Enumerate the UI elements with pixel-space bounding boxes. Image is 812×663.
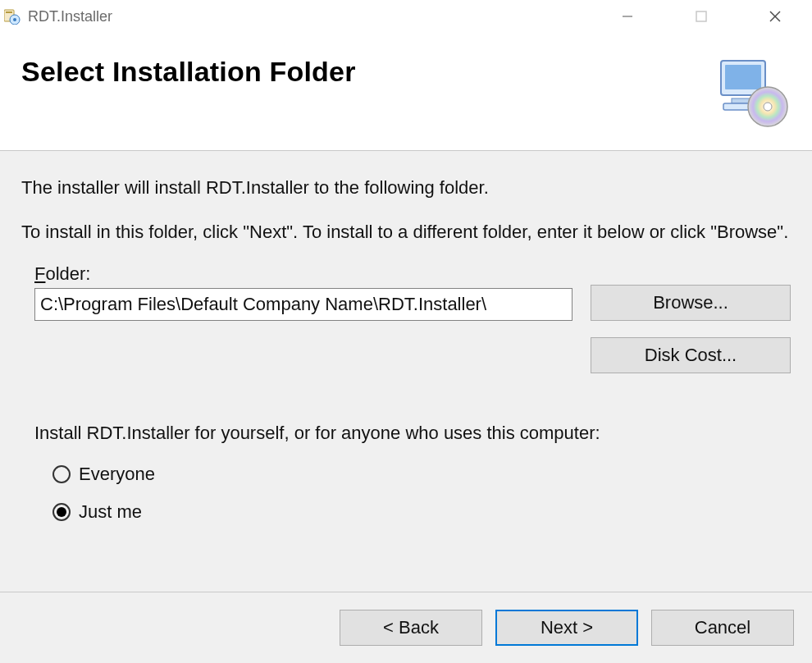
instruction-text: To install in this folder, click "Next".… bbox=[21, 220, 791, 245]
wizard-footer: < Back Next > Cancel bbox=[0, 592, 812, 663]
svg-point-3 bbox=[13, 18, 16, 21]
close-button[interactable] bbox=[738, 0, 812, 33]
maximize-button[interactable] bbox=[664, 0, 738, 33]
intro-text: The installer will install RDT.Installer… bbox=[21, 176, 791, 200]
close-icon bbox=[769, 10, 782, 23]
minimize-icon bbox=[622, 11, 633, 22]
radio-icon bbox=[52, 503, 71, 521]
svg-rect-5 bbox=[696, 11, 706, 21]
window-title: RDT.Installer bbox=[28, 8, 112, 25]
page-title: Select Installation Folder bbox=[21, 56, 356, 88]
radio-just-me-label: Just me bbox=[79, 501, 142, 523]
titlebar: RDT.Installer bbox=[0, 0, 812, 33]
svg-rect-9 bbox=[725, 65, 761, 89]
disk-cost-button[interactable]: Disk Cost... bbox=[591, 337, 791, 373]
folder-input[interactable] bbox=[34, 288, 573, 321]
svg-rect-1 bbox=[6, 11, 12, 13]
back-button[interactable]: < Back bbox=[340, 610, 482, 646]
install-for-group: Everyone Just me bbox=[34, 464, 791, 523]
browse-button[interactable]: Browse... bbox=[591, 285, 791, 321]
wizard-content: The installer will install RDT.Installer… bbox=[0, 151, 812, 592]
next-button[interactable]: Next > bbox=[495, 610, 638, 646]
radio-everyone-label: Everyone bbox=[79, 464, 155, 485]
minimize-button[interactable] bbox=[591, 0, 664, 33]
radio-everyone[interactable]: Everyone bbox=[52, 464, 791, 485]
folder-label: Folder: bbox=[34, 263, 573, 285]
svg-point-13 bbox=[764, 103, 772, 111]
install-for-label: Install RDT.Installer for yourself, or f… bbox=[34, 423, 791, 444]
maximize-icon bbox=[696, 11, 707, 22]
radio-just-me[interactable]: Just me bbox=[52, 501, 791, 523]
computer-disc-icon bbox=[717, 56, 791, 130]
cancel-button[interactable]: Cancel bbox=[651, 610, 794, 646]
radio-icon bbox=[52, 465, 71, 483]
window-controls bbox=[591, 0, 812, 33]
installer-icon bbox=[3, 7, 21, 25]
wizard-header: Select Installation Folder bbox=[0, 33, 812, 151]
